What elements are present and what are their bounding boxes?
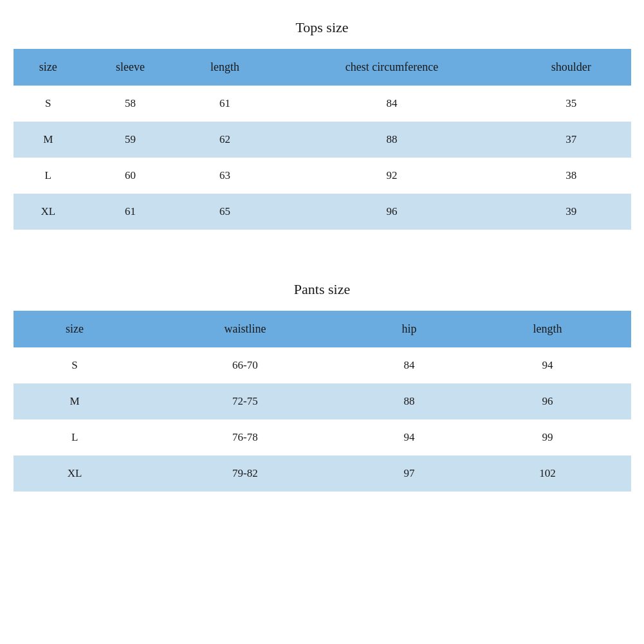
tops-data-cell: 59 bbox=[83, 122, 178, 158]
tops-header-cell: chest circumference bbox=[272, 49, 511, 86]
tops-body: S58618435M59628837L60639238XL61659639 bbox=[14, 86, 631, 230]
pants-data-cell: 66-70 bbox=[136, 347, 354, 383]
pants-header-cell: length bbox=[465, 311, 631, 347]
tops-data-cell: 65 bbox=[178, 194, 272, 230]
tops-data-cell: 88 bbox=[272, 122, 511, 158]
pants-data-cell: 72-75 bbox=[136, 383, 354, 419]
pants-data-row: M72-758896 bbox=[14, 383, 631, 419]
tops-header-cell: length bbox=[178, 49, 272, 86]
tops-data-cell: 58 bbox=[83, 86, 178, 122]
pants-data-row: L76-789499 bbox=[14, 419, 631, 455]
tops-header-row: sizesleevelengthchest circumferenceshoul… bbox=[14, 49, 631, 86]
tops-data-row: L60639238 bbox=[14, 158, 631, 194]
pants-header-row: sizewaistlinehiplength bbox=[14, 311, 631, 347]
tops-data-cell: M bbox=[14, 122, 84, 158]
pants-data-cell: S bbox=[14, 347, 136, 383]
pants-data-cell: 96 bbox=[465, 383, 631, 419]
tops-data-cell: 37 bbox=[511, 122, 631, 158]
pants-data-cell: 88 bbox=[354, 383, 464, 419]
pants-header-cell: size bbox=[14, 311, 136, 347]
tops-data-cell: 39 bbox=[511, 194, 631, 230]
pants-header-cell: hip bbox=[354, 311, 464, 347]
tops-data-cell: L bbox=[14, 158, 84, 194]
tops-data-cell: S bbox=[14, 86, 84, 122]
pants-data-cell: M bbox=[14, 383, 136, 419]
tops-section: Tops size sizesleevelengthchest circumfe… bbox=[14, 13, 631, 230]
tops-data-cell: 62 bbox=[178, 122, 272, 158]
pants-data-cell: 97 bbox=[354, 455, 464, 492]
pants-data-cell: L bbox=[14, 419, 136, 455]
tops-header-cell: shoulder bbox=[511, 49, 631, 86]
tops-data-cell: 60 bbox=[83, 158, 178, 194]
tops-data-cell: 63 bbox=[178, 158, 272, 194]
tops-data-cell: 61 bbox=[178, 86, 272, 122]
pants-data-row: XL79-8297102 bbox=[14, 455, 631, 492]
pants-table: sizewaistlinehiplength S66-708494M72-758… bbox=[14, 311, 631, 492]
pants-data-row: S66-708494 bbox=[14, 347, 631, 383]
pants-data-cell: 94 bbox=[354, 419, 464, 455]
tops-data-cell: 61 bbox=[83, 194, 178, 230]
pants-data-cell: 102 bbox=[465, 455, 631, 492]
pants-title: Pants size bbox=[14, 275, 631, 304]
tops-data-row: S58618435 bbox=[14, 86, 631, 122]
tops-data-cell: 35 bbox=[511, 86, 631, 122]
tops-data-cell: 84 bbox=[272, 86, 511, 122]
pants-data-cell: XL bbox=[14, 455, 136, 492]
pants-data-cell: 84 bbox=[354, 347, 464, 383]
pants-data-cell: 99 bbox=[465, 419, 631, 455]
tops-data-cell: XL bbox=[14, 194, 84, 230]
tops-header-cell: size bbox=[14, 49, 84, 86]
pants-data-cell: 79-82 bbox=[136, 455, 354, 492]
pants-data-cell: 94 bbox=[465, 347, 631, 383]
tops-title: Tops size bbox=[14, 13, 631, 42]
pants-body: S66-708494M72-758896L76-789499XL79-82971… bbox=[14, 347, 631, 492]
tops-data-row: M59628837 bbox=[14, 122, 631, 158]
tops-data-row: XL61659639 bbox=[14, 194, 631, 230]
tops-data-cell: 38 bbox=[511, 158, 631, 194]
pants-section: Pants size sizewaistlinehiplength S66-70… bbox=[14, 275, 631, 492]
tops-header-cell: sleeve bbox=[83, 49, 178, 86]
tops-data-cell: 92 bbox=[272, 158, 511, 194]
tops-table: sizesleevelengthchest circumferenceshoul… bbox=[14, 49, 631, 230]
pants-header-cell: waistline bbox=[136, 311, 354, 347]
pants-data-cell: 76-78 bbox=[136, 419, 354, 455]
tops-data-cell: 96 bbox=[272, 194, 511, 230]
